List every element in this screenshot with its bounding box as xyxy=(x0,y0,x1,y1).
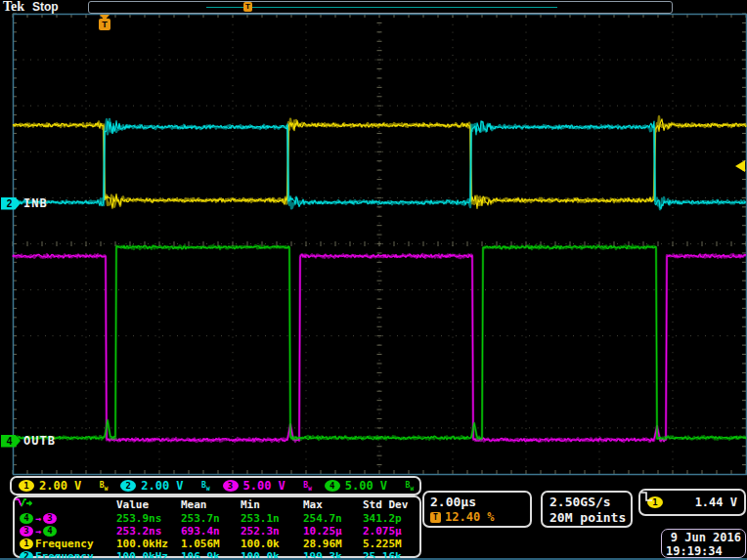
sample-rate: 2.50GS/s xyxy=(549,495,631,510)
measurement-row-ch1-frequency[interactable]: 1 Frequency 100.0kHz 1.056M 100.0k 28.96… xyxy=(18,538,419,550)
header-stddev: Std Dev xyxy=(363,498,421,512)
meas-min: 253.1n xyxy=(241,512,303,525)
meas-stddev: 2.075µ xyxy=(363,525,421,538)
bandwidth-limit-icon: BW xyxy=(100,481,108,492)
datetime-box: 9 Jun 2016 19:19:34 xyxy=(661,529,746,558)
delay-measurement-icon xyxy=(15,497,34,509)
channel4-badge[interactable]: 4 xyxy=(1,435,21,448)
falling-edge-icon xyxy=(640,491,656,502)
trigger-readout-box[interactable]: 1 1.44 V xyxy=(638,489,746,516)
meas-min: 100.0k xyxy=(241,538,303,550)
channel-scale-bar[interactable]: 1 2.00 V BW 2 2.00 V BW 3 5.00 V BW 4 5.… xyxy=(10,476,421,495)
meas-mean: 253.7n xyxy=(181,512,241,525)
channel2-badge[interactable]: 2 xyxy=(120,480,136,492)
acquisition-status: Stop xyxy=(32,0,59,14)
oscilloscope-screen: Tek Stop T T 2 INB 4 OUTB 1 2.00 V BW 2 … xyxy=(0,0,747,560)
channel3-badge: 3 xyxy=(20,526,33,537)
header-max: Max xyxy=(303,498,363,512)
channel2-scale[interactable]: 2 2.00 V BW xyxy=(113,479,215,493)
channel4-label: OUTB xyxy=(23,434,56,448)
channel4-scale[interactable]: 4 5.00 V BW xyxy=(318,479,419,493)
meas-mean: 1.056M xyxy=(181,538,241,550)
date: 9 Jun 2016 xyxy=(666,531,741,544)
measurements-header-row: Value Mean Min Max Std Dev xyxy=(18,498,419,512)
record-view-bar[interactable]: T xyxy=(88,1,673,14)
meas-value: 253.9ns xyxy=(116,512,181,525)
channel1-scale[interactable]: 1 2.00 V BW xyxy=(12,479,113,493)
channel3-badge: 3 xyxy=(43,513,57,524)
channel1-badge[interactable]: 1 xyxy=(19,480,34,492)
record-length: 20M points xyxy=(549,510,631,526)
channel2-volts-per-div: 2.00 V xyxy=(141,479,183,493)
record-trigger-icon[interactable]: T xyxy=(243,2,252,12)
meas-max: 254.7n xyxy=(303,512,363,525)
bandwidth-limit-icon: BW xyxy=(201,481,209,492)
measurement-row-delay-4-3[interactable]: 4 → 3 253.9ns 253.7n 253.1n 254.7n 341.2… xyxy=(18,512,419,525)
channel2-label: INB xyxy=(23,196,48,210)
meas-value: 253.2ns xyxy=(116,525,181,538)
channel1-badge: 1 xyxy=(20,538,33,549)
header-mean: Mean xyxy=(181,498,241,512)
bandwidth-limit-icon: BW xyxy=(406,481,414,492)
meas-stddev: 5.225M xyxy=(363,538,421,550)
arrow-icon: → xyxy=(35,513,41,524)
meas-stddev: 341.2p xyxy=(363,512,421,525)
header-value: Value xyxy=(116,498,181,512)
channel4-badge: 4 xyxy=(20,513,33,524)
meas-max: 28.96M xyxy=(303,538,363,550)
arrow-icon: → xyxy=(35,526,41,537)
meas-mean: 693.4n xyxy=(181,525,241,538)
trigger-level: 1.44 V xyxy=(695,495,737,509)
header-min: Min xyxy=(241,498,303,512)
channel4-badge[interactable]: 4 xyxy=(325,480,340,492)
channel3-volts-per-div: 5.00 V xyxy=(243,479,286,493)
time-per-division: 2.00µs xyxy=(430,495,530,509)
horizontal-position: 12.40 % xyxy=(445,510,495,524)
meas-value: 100.0kHz xyxy=(116,538,181,550)
channel4-badge: 4 xyxy=(43,526,57,537)
channel2-badge[interactable]: 2 xyxy=(1,197,21,210)
channel4-marker[interactable]: 4 OUTB xyxy=(1,434,56,448)
measurement-name: Frequency xyxy=(35,538,94,550)
channel3-badge[interactable]: 3 xyxy=(223,480,239,492)
trigger-position-flag-icon[interactable]: T xyxy=(99,19,110,30)
channel3-scale[interactable]: 3 5.00 V BW xyxy=(216,479,318,493)
channel2-marker[interactable]: 2 INB xyxy=(1,196,48,210)
time: 19:19:34 xyxy=(666,544,741,558)
meas-max: 10.25µ xyxy=(303,525,363,538)
measurement-row-delay-3-4[interactable]: 3 → 4 253.2ns 693.4n 252.3n 10.25µ 2.075… xyxy=(18,525,419,538)
record-window-indicator[interactable] xyxy=(206,7,557,8)
trigger-icon: T xyxy=(430,512,441,523)
meas-min: 252.3n xyxy=(241,525,303,538)
horizontal-settings-box[interactable]: 2.00µs T 12.40 % xyxy=(422,491,532,528)
measurements-panel: Value Mean Min Max Std Dev 4 → 3 253.9ns… xyxy=(13,495,421,558)
acquisition-box[interactable]: 2.50GS/s 20M points xyxy=(541,491,633,528)
bandwidth-limit-icon: BW xyxy=(303,481,311,492)
tek-logo: Tek xyxy=(3,0,24,15)
channel4-volts-per-div: 5.00 V xyxy=(345,479,387,493)
channel1-volts-per-div: 2.00 V xyxy=(39,479,81,493)
trigger-level-arrow-icon[interactable] xyxy=(735,160,745,172)
